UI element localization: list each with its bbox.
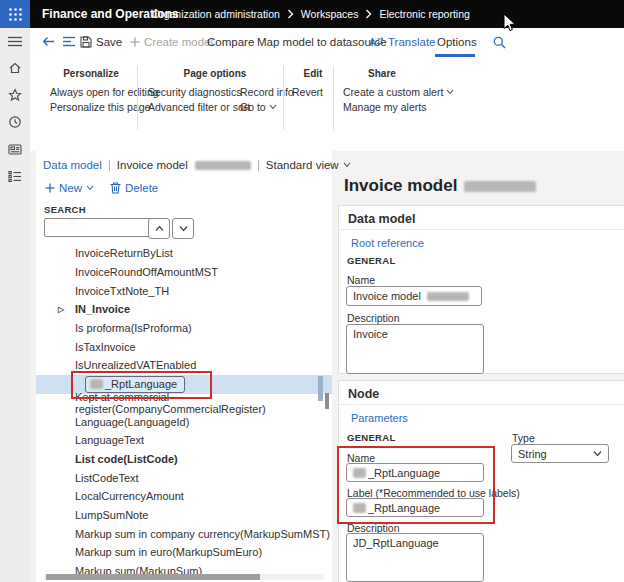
tree-item[interactable]: LanguageText [36,431,332,450]
recent-clock-icon[interactable] [7,114,23,130]
menu-item[interactable]: Security diagnostics [148,85,234,100]
translate-label: Translate [388,36,436,48]
breadcrumb-item[interactable]: Organization administration [152,8,280,20]
description-label: Description [347,312,400,324]
compare-button[interactable]: Compare [207,36,254,48]
tree-item[interactable]: IsUnrealizedVATEnabled [36,356,332,375]
chevron-down-icon [593,450,602,457]
section-header: Data model [348,212,415,226]
designer-breadcrumb: Data model Invoice model Standard view [43,159,351,171]
tree-item[interactable]: Language(LanguageId) [36,412,332,431]
chevron-down-icon [269,104,277,110]
node-name-field[interactable]: _RptLanguage [346,463,484,482]
chevron-up-icon [155,225,164,232]
search-button[interactable] [493,36,506,49]
tree-item-label: LumpSumNote [75,509,148,521]
divider [339,229,624,230]
home-icon[interactable] [7,60,23,76]
breadcrumb-item[interactable]: Electronic reporting [379,8,469,20]
delete-button[interactable]: Delete [110,182,158,194]
menu-item[interactable]: Go to [240,100,294,115]
tree-item[interactable]: InvoiceTxtNote_TH [36,281,332,300]
model-name-field[interactable]: Invoice model [346,286,482,306]
action-group-personalize: Personalize Always open for editing Pers… [46,68,136,114]
node-label-value: _RptLanguage [368,502,440,514]
app-rail [0,0,30,582]
menu-item[interactable]: Create a custom alert [343,85,455,100]
action-group-edit: Edit Revert [292,68,334,100]
menu-item[interactable]: Record info [240,85,294,100]
group-separator [333,66,334,130]
menu-item[interactable]: Advanced filter or sort [148,100,234,115]
create-model-button[interactable]: Create model [130,36,213,48]
node-label-field[interactable]: _RptLanguage [346,498,484,517]
horizontal-scrollbar-thumb[interactable] [46,574,260,580]
message-center-icon[interactable] [7,141,23,157]
map-model-button[interactable]: Map model to datasource [257,36,387,48]
tree-item[interactable]: IsTaxInvoice [36,337,332,356]
tree-item[interactable]: ListCodeText [36,468,332,487]
new-label: New [59,182,82,194]
tree-item[interactable]: ▷IN_Invoice [36,300,332,319]
separator [109,160,110,171]
section-header: Node [348,387,379,401]
separator [258,160,259,171]
tree-item[interactable]: LocalCurrencyAmount [36,487,332,506]
pane-toggle-icon [63,36,75,47]
redacted-text [353,468,366,478]
new-button[interactable]: New [45,182,94,194]
translate-button[interactable]: A Translate [369,36,436,48]
chevron-down-icon [343,162,351,168]
top-navigation-bar: Finance and Operations Organization admi… [30,0,624,28]
menu-icon[interactable] [7,33,23,49]
tree-item[interactable]: LumpSumNote [36,506,332,525]
options-tab[interactable]: Options [437,36,477,48]
trash-icon [110,182,121,194]
tree-item[interactable]: Markup sum in company currency(MarkupSum… [36,524,332,543]
options-action-pane: Personalize Always open for editing Pers… [30,61,624,152]
menu-item[interactable]: Always open for editing [46,85,136,100]
panel-resize-handle[interactable] [325,393,329,409]
view-selector[interactable]: Standard view [266,159,351,171]
tree-item[interactable]: InvoiceRoundOffAmountMST [36,263,332,282]
save-floppy-icon [80,36,92,48]
tree-item[interactable]: Is proforma(IsProforma) [36,319,332,338]
search-label: SEARCH [44,204,86,215]
search-previous-button[interactable] [148,218,170,239]
expand-triangle-icon[interactable]: ▷ [58,305,75,314]
search-next-button[interactable] [172,218,194,239]
type-select[interactable]: String [511,444,609,463]
tree-search-input[interactable] [44,218,152,237]
tree-item-label: Markup sum in company currency(MarkupSum… [75,528,330,540]
redacted-text [427,292,469,301]
save-button[interactable]: Save [80,36,122,48]
root-reference-link[interactable]: Root reference [351,237,424,249]
tree-item[interactable]: InvoiceReturnByList [36,244,332,263]
action-group-share: Share Create a custom alert Manage my al… [343,68,455,114]
menu-item[interactable]: Manage my alerts [343,100,455,115]
redacted-text [195,161,251,170]
tree-item-label: InvoiceReturnByList [75,247,173,259]
tree-list: InvoiceReturnByListInvoiceRoundOffAmount… [36,244,332,580]
pane-toggle-button[interactable] [63,36,75,47]
chevron-down-icon [179,225,188,232]
vertical-scrollbar-thumb[interactable] [318,376,323,401]
tree-item[interactable]: Markup sum in euro(MarkupSumEuro) [36,543,332,562]
tree-item[interactable]: List code(ListCode) [36,450,332,469]
node-description-field[interactable]: JD_RptLanguage [346,533,484,582]
group-separator [283,66,284,130]
chevron-down-icon [86,185,94,191]
svg-text:A: A [369,37,376,48]
type-value: String [518,448,547,460]
tree-item[interactable]: Kept at commercial register(CompanyComme… [36,394,332,413]
model-description-field[interactable]: Invoice [346,324,484,374]
app-launcher-button[interactable] [0,0,30,28]
breadcrumb-item[interactable]: Workspaces [301,8,359,20]
data-model-link[interactable]: Data model [43,159,102,171]
menu-item[interactable]: Personalize this page [46,100,136,115]
back-button[interactable] [42,36,55,47]
menu-item[interactable]: Revert [292,85,334,100]
parameters-link[interactable]: Parameters [351,412,408,424]
favorites-star-icon[interactable] [7,87,23,103]
workspaces-icon[interactable] [7,168,23,184]
